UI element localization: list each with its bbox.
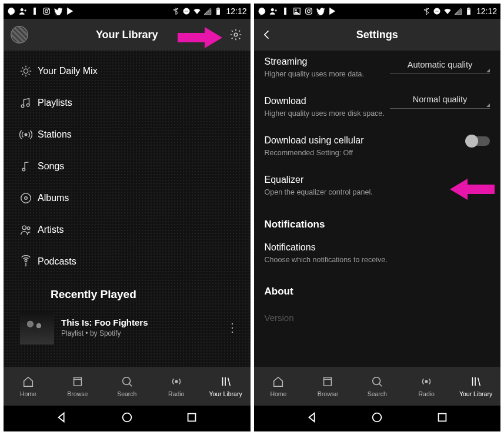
svg-point-26 — [122, 413, 131, 422]
svg-rect-10 — [217, 9, 220, 15]
svg-point-36 — [310, 9, 311, 10]
android-nav-bar — [254, 406, 501, 431]
android-home-button[interactable] — [121, 411, 133, 426]
callout-arrow-to-settings — [178, 25, 223, 53]
svg-rect-0 — [178, 33, 205, 42]
single-note-icon — [14, 160, 38, 173]
browse-icon — [321, 375, 334, 388]
svg-point-5 — [45, 10, 48, 13]
svg-point-14 — [21, 105, 24, 108]
warning-icon — [31, 7, 39, 15]
svg-rect-8 — [185, 11, 189, 11]
tab-label: Search — [368, 390, 387, 397]
battery-icon — [214, 7, 222, 15]
tab-search[interactable]: Search — [352, 367, 402, 406]
setting-title: Notifications — [265, 242, 490, 253]
lib-item-playlists[interactable]: Playlists — [4, 87, 251, 119]
phone-library: 12:12 Your Library Your Daily Mix Playli… — [4, 4, 251, 431]
lib-item-albums[interactable]: Albums — [4, 182, 251, 214]
svg-point-43 — [373, 377, 380, 385]
svg-rect-42 — [324, 377, 332, 386]
recently-played-item[interactable]: This Is: Foo Fighters Playlist • by Spot… — [4, 308, 251, 349]
setting-notifications[interactable]: Notifications Choose which notifications… — [265, 235, 490, 275]
lib-item-label: Playlists — [38, 98, 72, 108]
wifi-icon — [193, 7, 201, 15]
back-button[interactable] — [261, 29, 276, 41]
setting-download-cellular[interactable]: Download using cellular Recommended Sett… — [265, 128, 490, 168]
tab-radio[interactable]: Radio — [152, 367, 201, 406]
svg-point-45 — [373, 413, 382, 422]
setting-subtitle: Open the equalizer control panel. — [265, 188, 388, 198]
streaming-quality-dropdown[interactable]: Automatic quality — [390, 60, 490, 74]
svg-marker-1 — [205, 27, 222, 48]
android-back-button[interactable] — [55, 411, 68, 426]
setting-download[interactable]: Download Higher quality uses more disk s… — [265, 89, 490, 128]
recently-played-heading: Recently Played — [4, 277, 251, 308]
more-options-button[interactable]: ⋮ — [223, 320, 242, 334]
warning-icon — [281, 7, 289, 15]
lib-item-label: Albums — [38, 193, 69, 203]
library-icon — [219, 375, 232, 388]
play-store-icon — [66, 7, 74, 15]
setting-streaming[interactable]: Streaming Higher quality uses more data.… — [265, 54, 490, 89]
tab-home[interactable]: Home — [4, 367, 53, 406]
lib-item-podcasts[interactable]: Podcasts — [4, 246, 251, 277]
svg-rect-23 — [74, 377, 81, 386]
setting-subtitle: Higher quality uses more data. — [265, 69, 388, 79]
svg-point-18 — [21, 193, 31, 203]
svg-point-24 — [122, 377, 130, 385]
wifi-icon — [443, 7, 452, 15]
sun-icon — [14, 65, 38, 78]
android-status-bar: 12:12 — [254, 4, 501, 19]
tab-radio[interactable]: Radio — [402, 367, 451, 406]
svg-rect-27 — [188, 414, 196, 421]
svg-rect-11 — [218, 8, 219, 8]
disc-icon — [14, 192, 38, 205]
lib-item-stations[interactable]: Stations — [4, 119, 251, 150]
tab-your-library[interactable]: Your Library — [451, 367, 500, 406]
cellular-toggle[interactable] — [466, 136, 490, 146]
tab-label: Home — [20, 390, 36, 397]
user-avatar[interactable] — [11, 26, 28, 44]
podcast-icon — [14, 255, 38, 268]
setting-title: Download using cellular — [265, 135, 490, 146]
play-store-icon — [328, 7, 336, 15]
search-icon — [121, 375, 133, 388]
instagram-icon — [305, 7, 313, 15]
settings-header: Settings — [254, 19, 501, 51]
tab-home[interactable]: Home — [254, 367, 303, 406]
tab-your-library[interactable]: Your Library — [201, 367, 251, 406]
svg-point-35 — [307, 10, 310, 13]
lib-item-artists[interactable]: Artists — [4, 214, 251, 246]
settings-button[interactable] — [228, 27, 243, 42]
svg-point-25 — [175, 380, 178, 383]
tab-browse[interactable]: Browse — [53, 367, 102, 406]
tab-search[interactable]: Search — [102, 367, 152, 406]
android-back-button[interactable] — [306, 411, 319, 426]
tab-label: Radio — [168, 390, 184, 397]
battery-icon — [465, 7, 473, 15]
bluetooth-icon — [422, 7, 430, 15]
image-icon — [293, 7, 301, 15]
lib-item-songs[interactable]: Songs — [4, 150, 251, 182]
android-home-button[interactable] — [371, 411, 383, 426]
twitter-icon — [316, 7, 325, 15]
status-clock: 12:12 — [476, 6, 497, 16]
android-recents-button[interactable] — [185, 411, 198, 426]
lib-item-daily-mix[interactable]: Your Daily Mix — [4, 55, 251, 87]
tab-browse[interactable]: Browse — [303, 367, 352, 406]
section-heading-about: About — [265, 274, 490, 302]
download-quality-dropdown[interactable]: Normal quality — [390, 95, 490, 109]
messenger-icon — [7, 7, 15, 15]
svg-point-12 — [234, 33, 238, 36]
person-add-icon — [269, 7, 278, 15]
android-recents-button[interactable] — [436, 411, 449, 426]
library-content: Your Daily Mix Playlists Stations Songs … — [4, 51, 251, 367]
svg-point-44 — [425, 380, 428, 383]
settings-content[interactable]: Streaming Higher quality uses more data.… — [254, 51, 501, 367]
callout-arrow-to-equalizer — [449, 176, 495, 205]
messenger-icon — [258, 7, 266, 15]
browse-icon — [71, 375, 84, 388]
status-clock: 12:12 — [226, 6, 246, 16]
android-status-bar: 12:12 — [4, 4, 251, 19]
